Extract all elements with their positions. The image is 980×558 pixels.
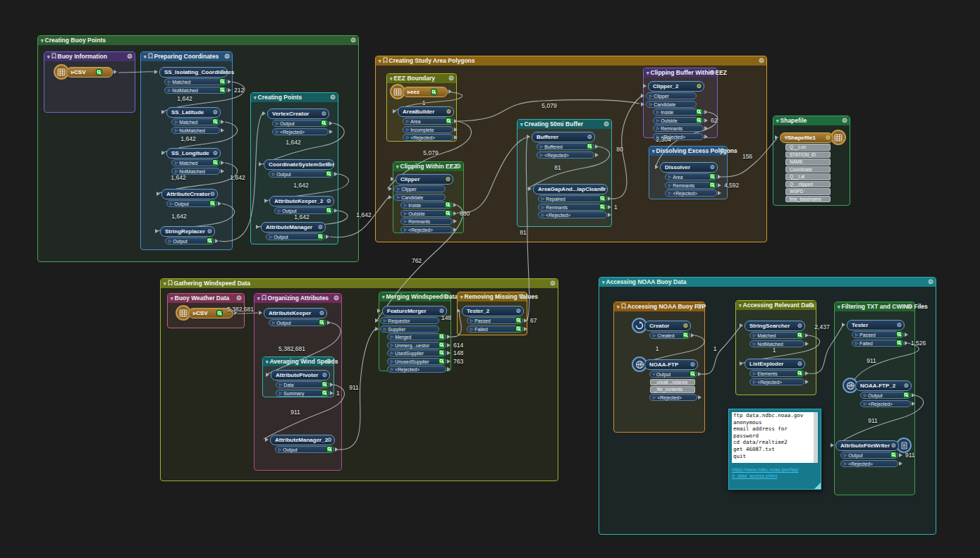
- collapse-triangle-icon[interactable]: ▿: [460, 294, 463, 299]
- port-rejected[interactable]: ▷<Rejected>: [403, 134, 453, 141]
- gear-icon[interactable]: ⚙: [446, 175, 451, 184]
- feature-cache-badge[interactable]: [445, 202, 451, 208]
- group-header-creating-study-area[interactable]: ▿Creating Study Area Polygons⚙: [376, 56, 766, 66]
- feature-cache-badge[interactable]: [219, 87, 226, 93]
- edge-label[interactable]: 148: [441, 314, 451, 321]
- group-header-averaging-wind[interactable]: ▿Averaging Wind Speeds⚙: [263, 357, 333, 366]
- collapse-triangle-icon[interactable]: ▿: [739, 303, 742, 308]
- feature-cache-badge[interactable]: [319, 319, 325, 326]
- feature-cache-badge[interactable]: [515, 317, 522, 323]
- gear-icon[interactable]: ⚙: [326, 197, 331, 206]
- port-rejected[interactable]: ▷<Rejected>: [537, 151, 594, 159]
- note-link-line[interactable]: https://www.ndbc.noaa.gov/faq/: [729, 467, 798, 473]
- gear-icon[interactable]: ⚙: [587, 132, 592, 142]
- node-areagap[interactable]: AreaGapAnd...lapCleaner⚙: [533, 184, 608, 194]
- feature-cache-badge[interactable]: [326, 207, 332, 213]
- edge-label[interactable]: 911: [868, 417, 878, 424]
- feature-cache-badge[interactable]: [219, 78, 226, 85]
- feature-cache-badge[interactable]: [317, 233, 324, 240]
- gear-icon[interactable]: ⚙: [448, 74, 454, 83]
- node-noaa-ftp[interactable]: NOAA-FTP⚙: [644, 359, 698, 370]
- port-output[interactable]: ▷Output: [266, 233, 325, 240]
- feature-cache-badge[interactable]: [96, 69, 102, 75]
- edge-label[interactable]: 5,382,681: [227, 306, 254, 313]
- port-clipper[interactable]: ▷Clipper: [393, 185, 446, 192]
- port-notmatched[interactable]: ▷NotMatched: [171, 168, 220, 175]
- edge-label[interactable]: 1,642: [180, 135, 195, 142]
- group-header-preparing-coordinates[interactable]: ▿Preparing Coordinates⚙: [141, 52, 232, 61]
- node-tester2[interactable]: Tester_2⚙: [462, 306, 524, 316]
- group-header-merging-windspeed[interactable]: ▿Merging Windspeed Data⚙: [379, 292, 451, 302]
- group-header-accessing-ftp[interactable]: ▿Accessing NOAA Buoy FTP⚙: [614, 302, 704, 311]
- feature-cache-badge[interactable]: [896, 340, 902, 346]
- feature-cache-badge[interactable]: [216, 310, 223, 316]
- group-header-buoy-weather[interactable]: ▿Buoy Weather Data⚙: [168, 294, 244, 303]
- gear-icon[interactable]: ⚙: [210, 190, 215, 199]
- gear-icon[interactable]: ⚙: [446, 107, 451, 116]
- collapse-triangle-icon[interactable]: ▿: [379, 58, 381, 63]
- feature-cache-badge[interactable]: [431, 89, 437, 95]
- feature-cache-badge[interactable]: [515, 326, 522, 332]
- gear-icon[interactable]: ⚙: [683, 321, 688, 330]
- feature-cache-badge[interactable]: [321, 381, 328, 388]
- port-notmatched[interactable]: ▷NotMatched: [164, 87, 227, 94]
- port-passed[interactable]: ▷Passed: [467, 317, 523, 324]
- node-coord-setter[interactable]: CoordinateSystemSetter⚙: [264, 159, 334, 170]
- group-header-creating-50mi-buffer[interactable]: ▿Creating 50mi Buffer⚙: [517, 120, 611, 129]
- gear-icon[interactable]: ⚙: [759, 56, 764, 66]
- port-rejected[interactable]: ▷<Rejected>: [840, 460, 898, 467]
- gear-icon[interactable]: ⚙: [600, 185, 605, 194]
- group-header-gathering-windspeed[interactable]: ▿Gathering Windspeed Data⚙: [161, 279, 558, 288]
- collapse-triangle-icon[interactable]: ▿: [617, 304, 620, 309]
- node-clipper[interactable]: Clipper⚙: [396, 174, 453, 185]
- edge-label[interactable]: 1,642: [294, 213, 309, 221]
- node-attr-file-writer[interactable]: AttributeFileWriter⚙: [835, 440, 899, 451]
- feature-count[interactable]: 4,592: [724, 182, 739, 189]
- gear-icon[interactable]: ⚙: [326, 357, 331, 366]
- collapse-triangle-icon[interactable]: ▿: [164, 281, 166, 286]
- node-clipper2[interactable]: Clipper_2⚙: [648, 81, 704, 92]
- edge-label[interactable]: 1,642: [286, 139, 300, 146]
- gear-icon[interactable]: ⚙: [842, 116, 847, 125]
- port-output[interactable]: ▷Output: [275, 446, 334, 453]
- node-shapefile1[interactable]: ▿Shapefile1⚙: [780, 132, 833, 143]
- node-ss-iso[interactable]: SS_Isolating_Coordinates⚙: [159, 67, 228, 78]
- port-incomplete[interactable]: ▷Incomplete: [403, 126, 453, 133]
- node-bufferer[interactable]: Bufferer⚙: [532, 132, 595, 142]
- feature-cache-badge[interactable]: [797, 370, 803, 376]
- edge-label[interactable]: 1: [422, 99, 426, 106]
- node-attr-keeper2[interactable]: AttributeKeeper_2⚙: [269, 196, 334, 206]
- gear-icon[interactable]: ⚙: [891, 441, 896, 450]
- group-header-clipping-within-eez[interactable]: ▿Clipping Within EEZ⚙: [393, 162, 463, 171]
- feature-cache-badge[interactable]: [321, 390, 328, 396]
- gear-icon[interactable]: ⚙: [330, 93, 336, 102]
- node-string-replacer[interactable]: StringReplacer⚙: [160, 226, 215, 237]
- edge-label[interactable]: 911: [349, 384, 359, 391]
- node-vertex-creator[interactable]: VertexCreator⚙: [267, 108, 329, 119]
- feature-cache-badge[interactable]: [690, 371, 696, 377]
- gear-icon[interactable]: ⚙: [907, 302, 912, 311]
- feature-cache-badge[interactable]: [696, 117, 702, 123]
- gear-icon[interactable]: ⚙: [709, 68, 715, 78]
- gear-icon[interactable]: ⚙: [797, 359, 802, 368]
- gear-icon[interactable]: ⚙: [224, 52, 230, 61]
- group-header-creating-buoy-points[interactable]: ▿Creating Buoy Points⚙: [38, 36, 358, 45]
- node-ss-lon[interactable]: SS_Longitude⚙: [166, 148, 221, 159]
- port-rejected[interactable]: ▷<Rejected>: [665, 190, 717, 197]
- port-requestor[interactable]: ▷Requestor: [380, 317, 439, 324]
- node-feature-merger[interactable]: FeatureMerger⚙: [382, 306, 447, 316]
- feature-cache-badge[interactable]: [209, 200, 216, 206]
- gear-icon[interactable]: ⚙: [318, 223, 323, 232]
- port-failed[interactable]: ▷Failed: [467, 326, 523, 333]
- feature-cache-badge[interactable]: [696, 108, 702, 115]
- edge-label[interactable]: 81: [520, 229, 526, 236]
- node-list-exploder[interactable]: ListExploder⚙: [745, 359, 805, 369]
- feature-count[interactable]: 880: [460, 210, 470, 217]
- collapse-triangle-icon[interactable]: ▿: [520, 122, 523, 127]
- collapse-triangle-icon[interactable]: ▿: [257, 296, 260, 301]
- gear-icon[interactable]: ⚙: [897, 321, 902, 330]
- gear-icon[interactable]: ⚙: [697, 302, 702, 311]
- feature-cache-badge[interactable]: [326, 446, 333, 452]
- edge-label[interactable]: 1: [713, 345, 717, 352]
- feature-cache-badge[interactable]: [896, 331, 902, 337]
